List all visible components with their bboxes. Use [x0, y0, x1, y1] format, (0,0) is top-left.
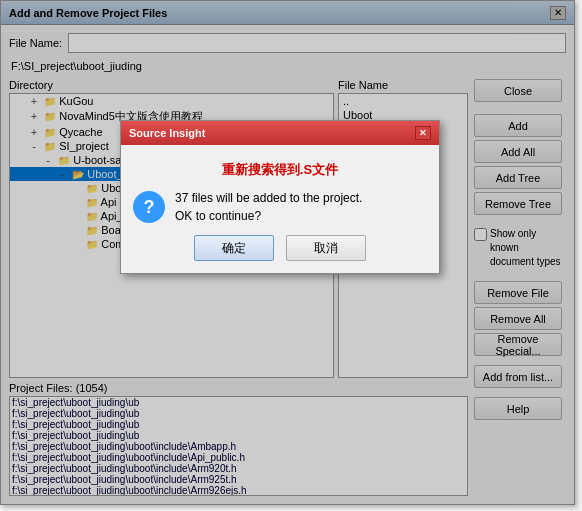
modal-buttons: 确定 取消: [133, 235, 427, 261]
modal-overlay: Source Insight ✕ 重新搜索得到.S文件 ? 37 files w…: [0, 0, 575, 505]
modal-header-text: 重新搜索得到.S文件: [133, 161, 427, 179]
cancel-button[interactable]: 取消: [286, 235, 366, 261]
confirm-button[interactable]: 确定: [194, 235, 274, 261]
modal-line2: OK to continue?: [175, 209, 362, 223]
modal-message: 37 files will be added to the project. O…: [175, 191, 362, 223]
modal-close-button[interactable]: ✕: [415, 126, 431, 140]
modal-line1: 37 files will be added to the project.: [175, 191, 362, 205]
source-insight-dialog: Source Insight ✕ 重新搜索得到.S文件 ? 37 files w…: [120, 120, 440, 274]
modal-body: 重新搜索得到.S文件 ? 37 files will be added to t…: [121, 145, 439, 273]
modal-title: Source Insight: [129, 127, 205, 139]
modal-question-icon: ?: [133, 191, 165, 223]
modal-message-row: ? 37 files will be added to the project.…: [133, 191, 427, 223]
modal-title-bar: Source Insight ✕: [121, 121, 439, 145]
